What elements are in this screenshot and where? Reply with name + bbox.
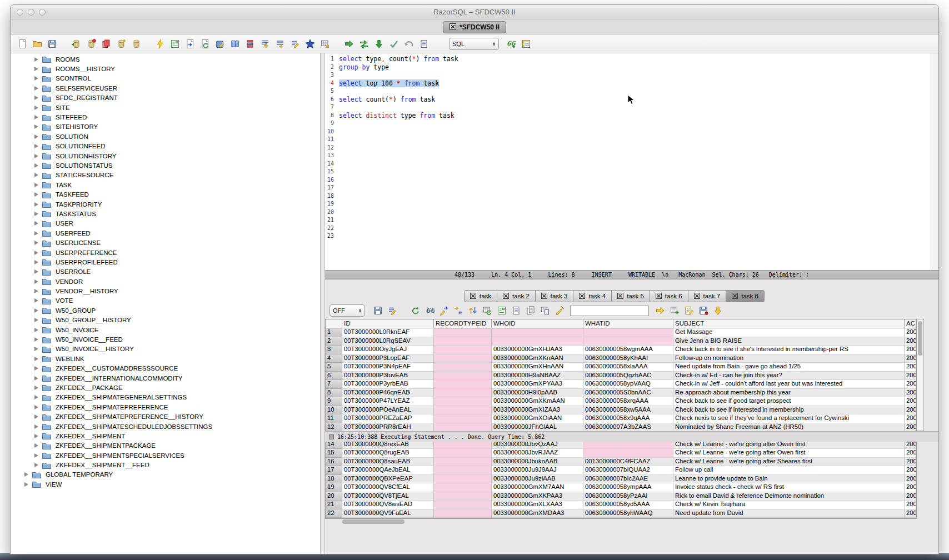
- column-header-AC[interactable]: AC: [905, 319, 916, 328]
- undo-icon[interactable]: [402, 37, 415, 50]
- tree-item-scontrol[interactable]: SCONTROL: [11, 74, 320, 83]
- tree-item-solutionhistory[interactable]: SOLUTIONHISTORY: [11, 151, 320, 161]
- scroll-down-icon[interactable]: [711, 304, 724, 317]
- expand-arrow-icon[interactable]: [34, 347, 38, 351]
- tree-item-site[interactable]: SITE: [11, 103, 320, 112]
- tree-item-vendor[interactable]: VENDOR: [11, 277, 320, 286]
- tree-item-userrole[interactable]: USERROLE: [11, 267, 320, 277]
- commit-icon[interactable]: [99, 37, 112, 50]
- refresh-results-icon[interactable]: [408, 304, 421, 317]
- edit-log-icon[interactable]: [213, 37, 226, 50]
- expand-arrow-icon[interactable]: [34, 434, 38, 438]
- copy-icon[interactable]: [417, 37, 430, 50]
- save-file-icon[interactable]: [46, 37, 58, 50]
- tree-item-userprofilefeed[interactable]: USERPROFILEFEED: [11, 257, 320, 267]
- result-tab-task-8[interactable]: task 8: [726, 290, 765, 302]
- add-row-icon[interactable]: [668, 304, 681, 317]
- close-window-button[interactable]: [17, 9, 23, 16]
- tree-item-rooms__history[interactable]: ROOMS__HISTORY: [11, 64, 320, 73]
- edit-sql-icon[interactable]: [288, 37, 301, 50]
- sql-mode-select[interactable]: SQL ▲▼: [449, 38, 499, 50]
- save-results-icon[interactable]: [371, 304, 384, 317]
- tree-item-w50_invoice[interactable]: W50_INVOICE: [11, 325, 320, 334]
- expand-arrow-icon[interactable]: [34, 289, 38, 293]
- tree-item-zkfedex__shipmentpackage[interactable]: ZKFEDEX__SHIPMENTPACKAGE: [11, 441, 320, 451]
- close-tab-icon[interactable]: [541, 293, 547, 300]
- results-search-input[interactable]: [570, 306, 649, 316]
- expand-arrow-icon[interactable]: [24, 472, 28, 477]
- expand-arrow-icon[interactable]: [34, 395, 38, 399]
- expand-arrow-icon[interactable]: [34, 443, 38, 448]
- table-row[interactable]: 600T3000000P3tuvEAB0033000000H9aNBAAZ006…: [326, 372, 916, 381]
- close-tab-icon[interactable]: [579, 293, 585, 300]
- add-connection-icon[interactable]: [114, 37, 127, 50]
- view-cell-icon[interactable]: [510, 304, 522, 317]
- expand-arrow-icon[interactable]: [34, 154, 38, 158]
- expand-arrow-icon[interactable]: [34, 376, 38, 381]
- comment-toggle-icon[interactable]: 66: [505, 37, 517, 50]
- execute-icon[interactable]: [342, 37, 355, 50]
- zoom-window-button[interactable]: [39, 9, 46, 16]
- expand-arrow-icon[interactable]: [34, 337, 38, 342]
- expand-arrow-icon[interactable]: [34, 106, 38, 110]
- row-form-icon[interactable]: [495, 304, 508, 317]
- tree-item-zkfedex__shipmatescheduledjobssettings[interactable]: ZKFEDEX__SHIPMATESCHEDULEDJOBSSETTINGS: [11, 422, 320, 431]
- table-row[interactable]: 700T3000000P3yrbEAB0033000000GmXPYAA3006…: [326, 380, 916, 389]
- tree-item-solutionfeed[interactable]: SOLUTIONFEED: [11, 142, 320, 151]
- expand-arrow-icon[interactable]: [34, 173, 38, 177]
- favorites-icon[interactable]: [303, 37, 316, 50]
- close-tab-icon[interactable]: [449, 23, 456, 32]
- result-tab-task-3[interactable]: task 3: [536, 290, 574, 302]
- tree-item-userfeed[interactable]: USERFEED: [11, 228, 320, 238]
- column-header-WHATID[interactable]: WHATID: [583, 319, 673, 328]
- document-tab[interactable]: *SFDCW50 II: [443, 21, 506, 33]
- result-tab-task-5[interactable]: task 5: [612, 290, 650, 302]
- tree-item-staticresource[interactable]: STATICRESOURCE: [11, 171, 320, 180]
- batch-tools-icon[interactable]: [243, 37, 256, 50]
- expand-arrow-icon[interactable]: [34, 231, 38, 236]
- tree-item-user[interactable]: USER: [11, 219, 320, 228]
- expand-arrow-icon[interactable]: [34, 328, 38, 332]
- table-row[interactable]: 100T3000000L0RknEAFGet Massage200: [326, 328, 916, 337]
- expand-arrow-icon[interactable]: [34, 241, 38, 245]
- validate-icon[interactable]: [387, 37, 400, 50]
- expand-arrow-icon[interactable]: [34, 308, 38, 313]
- table-row[interactable]: 1100T3000000PREZaEAP0033000000GmXOiAAN00…: [326, 414, 916, 423]
- tree-item-w50_invoice__history[interactable]: W50_INVOICE__HISTORY: [11, 344, 320, 354]
- new-file-icon[interactable]: [16, 37, 28, 50]
- database-icon[interactable]: [129, 37, 142, 50]
- expand-arrow-icon[interactable]: [34, 298, 38, 303]
- scrollbar-thumb[interactable]: [918, 321, 922, 356]
- table-row[interactable]: 1000T3000000POeAnEAL0033000000GmXIZAA300…: [326, 406, 916, 415]
- query-results-icon[interactable]: [168, 37, 181, 50]
- expand-arrow-icon[interactable]: [34, 405, 38, 409]
- title-bar[interactable]: RazorSQL – SFDCW50 II: [11, 5, 938, 19]
- open-file-icon[interactable]: [31, 37, 43, 50]
- result-tab-task-2[interactable]: task 2: [497, 290, 536, 302]
- expand-arrow-icon[interactable]: [34, 269, 38, 274]
- disconnect-database-icon[interactable]: [84, 37, 97, 50]
- minimize-window-button[interactable]: [28, 9, 34, 16]
- expand-arrow-icon[interactable]: [34, 279, 38, 284]
- tree-item-w50_group[interactable]: W50_GROUP: [11, 306, 320, 315]
- tree-item-taskstatus[interactable]: TASKSTATUS: [11, 209, 320, 218]
- expand-arrow-icon[interactable]: [34, 463, 38, 467]
- documentation-icon[interactable]: [228, 37, 241, 50]
- result-tab-task[interactable]: task: [464, 290, 497, 302]
- tree-item-zkfedex__shipment__feed[interactable]: ZKFEDEX__SHIPMENT__FEED: [11, 460, 320, 469]
- tree-item-zkfedex__shipmatepreference[interactable]: ZKFEDEX__SHIPMATEPREFERENCE: [11, 402, 320, 412]
- tree-item-zkfedex__shipment[interactable]: ZKFEDEX__SHIPMENT: [11, 431, 320, 441]
- column-header-SUBJECT[interactable]: SUBJECT: [673, 319, 905, 328]
- tree-item-task[interactable]: TASK: [11, 180, 320, 189]
- table-row[interactable]: 200T3000000L0RqSEAVGive Jenn a BIG RAISE…: [326, 337, 916, 346]
- fetch-results-icon[interactable]: [372, 37, 385, 50]
- table-row[interactable]: 800T3000000P46qnEAB0033000000H9i0pAAB006…: [326, 389, 916, 398]
- sql-editor[interactable]: 1234567891011121314151617181920212223 se…: [325, 53, 938, 270]
- sort-rows-icon[interactable]: [466, 304, 479, 317]
- column-header-WHOID[interactable]: WHOID: [492, 319, 583, 328]
- format-sql-icon[interactable]: [520, 37, 532, 50]
- close-tab-icon[interactable]: [617, 293, 623, 300]
- results-horizontal-scrollbar[interactable]: [325, 518, 917, 519]
- connect-database-icon[interactable]: [69, 37, 82, 50]
- switch-connection-icon[interactable]: [357, 37, 370, 50]
